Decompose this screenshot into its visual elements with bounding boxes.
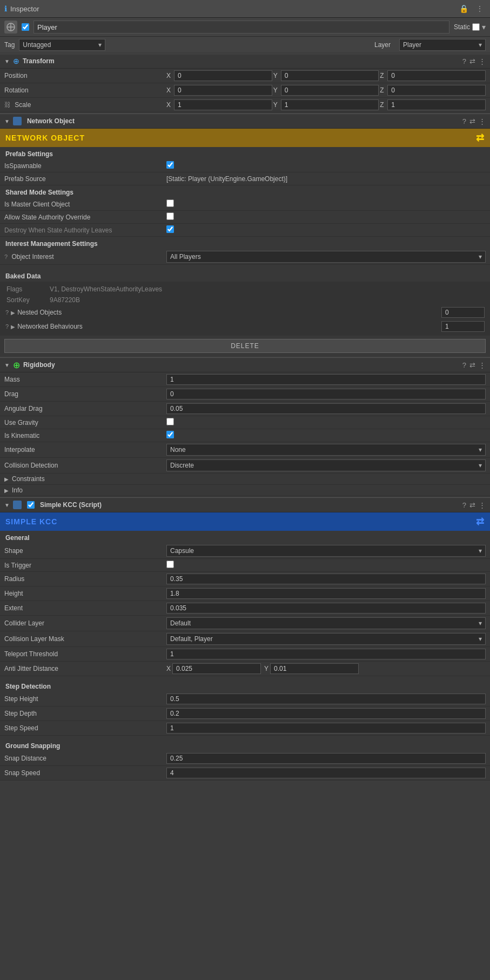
mass-input[interactable]: 1: [166, 374, 486, 385]
is-spawnable-checkbox[interactable]: [166, 161, 174, 169]
transform-more-icon[interactable]: ⋮: [479, 57, 486, 65]
transform-help-icon[interactable]: ?: [462, 57, 466, 65]
networked-behaviours-row: ? ▶ Networked Behaviours 1: [0, 319, 490, 334]
is-kinematic-checkbox[interactable]: [166, 431, 174, 438]
simple-kcc-help-icon[interactable]: ?: [462, 501, 466, 509]
radius-input[interactable]: 0.35: [166, 574, 486, 584]
prefab-settings-label: Prefab Settings: [0, 147, 490, 159]
object-interest-dropdown[interactable]: All Players: [166, 251, 486, 263]
network-object-banner-text: NETWORK OBJECT: [5, 134, 85, 142]
networked-behaviours-value[interactable]: 1: [441, 321, 485, 332]
step-detection-label: Step Detection: [0, 679, 490, 692]
drag-input[interactable]: 0: [166, 389, 486, 399]
collision-layer-mask-dropdown[interactable]: Default, Player: [166, 633, 486, 645]
anti-jitter-y-label: Y: [264, 665, 269, 672]
constraints-expand[interactable]: ▶: [4, 476, 9, 482]
rigidbody-help-icon[interactable]: ?: [462, 361, 466, 369]
interpolate-label: Interpolate: [4, 446, 166, 454]
object-interest-row: ? Object Interest All Players: [0, 249, 490, 265]
step-speed-input[interactable]: 1: [166, 723, 486, 734]
scale-y-input[interactable]: 1: [281, 99, 379, 110]
simple-kcc-caret[interactable]: ▼: [4, 502, 10, 508]
simple-kcc-section-header: ▼ Simple KCC (Script) ? ⇄ ⋮: [0, 497, 490, 512]
rigidbody-more-icon[interactable]: ⋮: [479, 361, 486, 369]
rot-y-input[interactable]: 0: [281, 85, 379, 96]
networked-behaviours-expand[interactable]: ▶: [11, 324, 15, 330]
info-expand[interactable]: ▶: [4, 488, 9, 494]
scale-x-input[interactable]: 1: [174, 99, 272, 110]
teleport-threshold-input[interactable]: 1: [166, 649, 486, 659]
static-label: Static: [454, 23, 470, 31]
step-height-input[interactable]: 0.5: [166, 694, 486, 704]
is-master-checkbox[interactable]: [166, 199, 174, 207]
extent-input[interactable]: 0.035: [166, 603, 486, 614]
simple-kcc-title: Simple KCC (Script): [40, 501, 459, 509]
collider-layer-row: Collider Layer Default: [0, 616, 490, 631]
simple-kcc-settings-icon[interactable]: ⇄: [469, 501, 475, 509]
network-object-caret[interactable]: ▼: [4, 118, 10, 124]
allow-state-checkbox[interactable]: [166, 212, 174, 220]
lock-icon[interactable]: 🔒: [457, 3, 471, 14]
is-trigger-checkbox[interactable]: [166, 561, 174, 568]
anti-jitter-y-input[interactable]: 0.01: [270, 663, 359, 674]
shape-dropdown[interactable]: Capsule: [166, 545, 486, 557]
inspector-header: ℹ Inspector 🔒 ⋮: [0, 0, 490, 18]
simple-kcc-enabled-checkbox[interactable]: [27, 501, 35, 509]
delete-button[interactable]: DELETE: [4, 339, 486, 353]
static-checkbox[interactable]: [472, 23, 480, 31]
rot-x-input[interactable]: 0: [174, 85, 272, 96]
networked-behaviours-label: Networked Behaviours: [17, 323, 152, 330]
step-height-row: Step Height 0.5: [0, 692, 490, 706]
angular-drag-input[interactable]: 0.05: [166, 403, 486, 414]
more-options-icon[interactable]: ⋮: [474, 3, 486, 14]
radius-row: Radius 0.35: [0, 572, 490, 586]
simple-kcc-banner: SIMPLE KCC ⇄: [0, 512, 490, 531]
transform-settings-icon[interactable]: ⇄: [469, 57, 475, 65]
is-master-row: Is Master Client Object: [0, 198, 490, 211]
destroy-when-checkbox[interactable]: [166, 225, 174, 233]
network-object-more-icon[interactable]: ⋮: [479, 117, 486, 125]
use-gravity-checkbox[interactable]: [166, 418, 174, 425]
rot-z-input[interactable]: 0: [387, 85, 486, 96]
simple-kcc-icon: [13, 501, 22, 509]
step-height-label: Step Height: [4, 695, 166, 703]
scale-z-input[interactable]: 1: [387, 99, 486, 110]
is-trigger-label: Is Trigger: [4, 562, 166, 569]
pos-z-input[interactable]: 0: [387, 70, 486, 81]
static-dropdown-arrow[interactable]: ▾: [482, 23, 486, 31]
rigidbody-settings-icon[interactable]: ⇄: [469, 361, 475, 369]
tag-dropdown[interactable]: Untagged: [19, 39, 105, 51]
collision-layer-mask-row: Collision Layer Mask Default, Player: [0, 631, 490, 647]
snap-distance-input[interactable]: 0.25: [166, 753, 486, 764]
gameobject-name-input[interactable]: Player: [33, 21, 449, 34]
rigidbody-caret[interactable]: ▼: [4, 362, 10, 368]
simple-kcc-more-icon[interactable]: ⋮: [479, 501, 486, 509]
flags-row: Flags V1, DestroyWhenStateAuthorityLeave…: [0, 284, 490, 295]
layer-dropdown[interactable]: Player: [399, 39, 486, 51]
sortkey-value: 9A87220B: [50, 296, 80, 304]
snap-speed-input[interactable]: 4: [166, 768, 486, 778]
allow-state-row: Allow State Authority Override: [0, 211, 490, 224]
destroy-when-label: Destroy When State Authority Leaves: [4, 226, 166, 234]
transform-caret[interactable]: ▼: [4, 58, 10, 64]
pos-x-input[interactable]: 0: [174, 70, 272, 81]
height-row: Height 1.8: [0, 586, 490, 601]
info-row: ▶ Info: [0, 485, 490, 496]
network-object-settings-icon[interactable]: ⇄: [469, 117, 475, 125]
nested-objects-value[interactable]: 0: [441, 307, 485, 318]
interpolate-dropdown[interactable]: None: [166, 444, 486, 456]
collision-detection-label: Collision Detection: [4, 462, 166, 469]
nested-objects-expand[interactable]: ▶: [11, 310, 15, 316]
anti-jitter-x-input[interactable]: 0.025: [172, 663, 261, 674]
networked-behaviours-help-icon: ?: [5, 323, 9, 330]
step-depth-input[interactable]: 0.2: [166, 708, 486, 719]
prefab-source-value: [Static: Player (UnityEngine.GameObject)…: [166, 175, 287, 183]
network-object-help-icon[interactable]: ?: [462, 117, 466, 125]
tag-label: Tag: [4, 41, 15, 49]
shared-mode-label: Shared Mode Settings: [0, 185, 490, 198]
pos-y-input[interactable]: 0: [281, 70, 379, 81]
collider-layer-dropdown[interactable]: Default: [166, 617, 486, 629]
collision-detection-dropdown[interactable]: Discrete: [166, 459, 486, 471]
gameobject-enabled-checkbox[interactable]: [22, 23, 29, 31]
height-input[interactable]: 1.8: [166, 588, 486, 599]
